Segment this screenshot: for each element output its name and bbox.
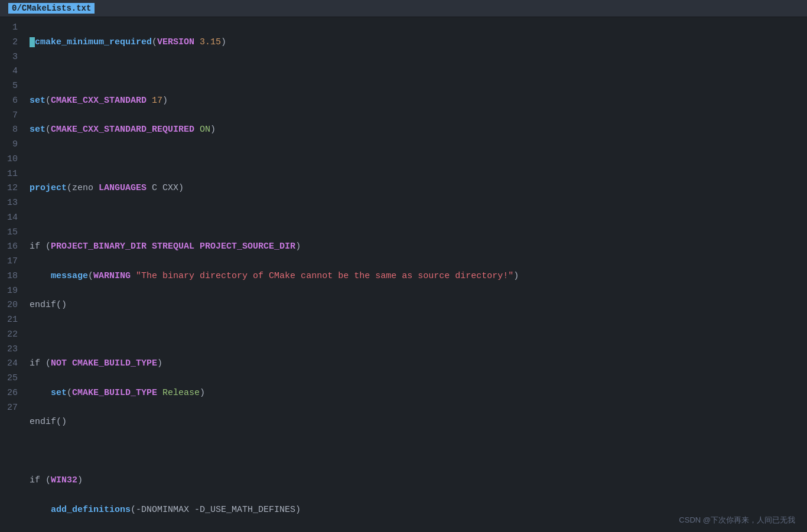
line-numbers: 1 2 3 4 5 6 7 8 9 10 11 12 13 14 15 16 1… — [0, 17, 24, 531]
code-line-2 — [30, 64, 801, 79]
code-line-6: project(zeno LANGUAGES C CXX) — [30, 181, 801, 196]
code-line-9: message(WARNING "The binary directory of… — [30, 269, 801, 284]
code-container: 1 2 3 4 5 6 7 8 9 10 11 12 13 14 15 16 1… — [0, 17, 807, 531]
code-line-7 — [30, 211, 801, 226]
code-line-15 — [30, 445, 801, 459]
code-line-3: set(CMAKE_CXX_STANDARD 17) — [30, 94, 801, 109]
code-line-8: if (PROJECT_BINARY_DIR STREQUAL PROJECT_… — [30, 240, 801, 254]
code-line-1: cmake_minimum_required(VERSION 3.15) — [30, 35, 801, 50]
code-line-4: set(CMAKE_CXX_STANDARD_REQUIRED ON) — [30, 123, 801, 138]
filename-label: 0/CMakeLists.txt — [8, 3, 95, 14]
code-line-10: endif() — [30, 298, 801, 313]
watermark-text: CSDN @下次你再来，人间已无我 — [679, 515, 795, 526]
code-line-11 — [30, 328, 801, 342]
code-line-5 — [30, 152, 801, 167]
code-line-13: set(CMAKE_BUILD_TYPE Release) — [30, 386, 801, 401]
title-bar: 0/CMakeLists.txt — [0, 0, 807, 17]
code-editor[interactable]: cmake_minimum_required(VERSION 3.15) set… — [24, 17, 807, 531]
code-line-16: if (WIN32) — [30, 474, 801, 488]
code-line-14: endif() — [30, 415, 801, 430]
code-line-12: if (NOT CMAKE_BUILD_TYPE) — [30, 357, 801, 371]
